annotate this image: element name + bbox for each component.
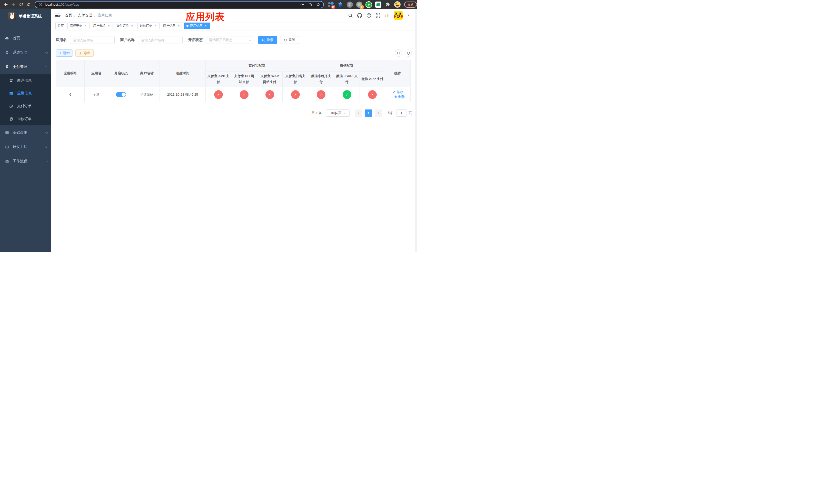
merchant-name-input[interactable]	[138, 36, 182, 44]
pagination: 共 1 条 10条/页 1 前往 页	[56, 110, 412, 117]
font-size-icon[interactable]: TT	[385, 13, 389, 18]
sidebar-item-pay-orders[interactable]: ¥ 支付订单	[0, 100, 51, 113]
extension-badge: 1	[360, 5, 364, 9]
add-button[interactable]: + 新增	[56, 49, 73, 56]
goto-page-input[interactable]	[396, 110, 407, 117]
help-icon[interactable]: ?	[367, 13, 371, 18]
tag-process-form[interactable]: 流程表单×	[67, 23, 89, 29]
header-search-icon[interactable]	[348, 13, 353, 18]
tag-close-icon[interactable]: ×	[154, 24, 157, 28]
tag-merchant-info[interactable]: 商户信息×	[161, 23, 183, 29]
user-avatar[interactable]	[394, 11, 403, 20]
breadcrumb-payment[interactable]: 支付管理	[78, 13, 92, 18]
search-button[interactable]: 搜索	[258, 36, 277, 44]
chevron-down-icon	[45, 51, 48, 53]
tag-close-icon[interactable]: ×	[177, 24, 180, 28]
current-page-button[interactable]: 1	[365, 110, 372, 117]
browser-reload-icon[interactable]	[18, 1, 25, 8]
export-button[interactable]: 导出	[75, 49, 94, 56]
user-menu-caret-icon[interactable]	[407, 15, 410, 18]
monitor-icon	[5, 131, 9, 135]
tag-app-info[interactable]: 应用信息×	[184, 23, 210, 29]
sidebar-item-workflow[interactable]: 工作流程	[0, 154, 51, 168]
sidebar-item-app-info[interactable]: 应用信息	[0, 87, 51, 100]
logo-rabbit-avatar	[8, 12, 16, 20]
tag-pay-orders[interactable]: 支付订单×	[114, 23, 136, 29]
y-extension-icon[interactable]: y	[366, 1, 372, 8]
trash-icon	[394, 95, 397, 98]
alipay-qr-status-icon[interactable]: ×	[291, 90, 300, 99]
sidebar-item-dev-tools[interactable]: 研发工具	[0, 140, 51, 154]
tag-user-group[interactable]: 用户分组×	[91, 23, 113, 29]
wx-lite-status-icon[interactable]: ×	[317, 90, 326, 99]
toolbox-icon	[5, 145, 9, 149]
sidebar-item-merchant-info[interactable]: 商户信息	[0, 74, 51, 87]
app-table: 应用编号 应用名 开启状态 商户名称 创建时间 支付宝配置 微信配置 操作 支付…	[56, 60, 411, 102]
top-navbar: 首页 / 支付管理 / 应用信息 ?	[51, 9, 417, 22]
chevron-down-icon	[344, 112, 346, 114]
gem-extension-icon[interactable]	[337, 1, 344, 8]
translate-extension-icon[interactable]: 10	[328, 1, 334, 8]
next-page-button[interactable]	[375, 110, 382, 117]
fullscreen-icon[interactable]	[376, 13, 380, 18]
browser-forward-icon[interactable]	[10, 1, 17, 8]
chevron-down-icon	[45, 145, 48, 148]
breadcrumb-home[interactable]: 首页	[65, 13, 72, 18]
toggle-search-button[interactable]	[395, 49, 402, 56]
profile-avatar-icon[interactable]	[394, 1, 401, 8]
delete-link[interactable]: 删除	[394, 95, 405, 99]
browser-update-button[interactable]: 更新	[404, 2, 417, 8]
sidebar-item-refund-orders[interactable]: 退款订单	[0, 113, 51, 125]
sidebar-item-home[interactable]: 首页	[0, 31, 51, 45]
status-select[interactable]: 请选择开启状态	[206, 36, 254, 44]
enabled-toggle[interactable]	[116, 92, 126, 97]
alipay-pc-status-icon[interactable]: ×	[240, 90, 248, 99]
app-name-input[interactable]	[70, 36, 115, 44]
browser-home-icon[interactable]	[25, 1, 32, 8]
chevron-down-icon	[249, 39, 251, 41]
status-label: 开启状态	[188, 38, 203, 42]
sidebar-logo[interactable]: 芋道管理系统	[0, 9, 51, 23]
camera-extension-icon[interactable]: 1	[356, 1, 363, 8]
alipay-app-status-icon[interactable]: ×	[214, 90, 223, 99]
wx-app-status-icon[interactable]: ×	[368, 90, 377, 99]
cell-app-name: 芋道	[85, 87, 108, 102]
extensions-puzzle-icon[interactable]	[385, 1, 391, 8]
documents-icon	[9, 117, 13, 121]
password-key-icon[interactable]	[300, 2, 304, 7]
sidebar-item-label: 商户信息	[17, 78, 31, 83]
prev-page-button[interactable]	[355, 110, 363, 117]
site-info-icon[interactable]	[38, 2, 43, 7]
refresh-icon	[284, 39, 287, 42]
sidebar-collapse-icon[interactable]	[56, 13, 61, 18]
tag-close-icon[interactable]: ×	[84, 24, 87, 28]
wx-jsapi-status-icon[interactable]: ✓	[343, 90, 351, 99]
chevron-up-icon	[45, 66, 47, 68]
chat-extension-icon[interactable]	[375, 1, 381, 8]
tag-home[interactable]: 首页	[56, 23, 66, 29]
col-header-wx-jsapi: 微信 JSAPI 支付	[334, 71, 360, 87]
refresh-table-button[interactable]	[405, 49, 412, 56]
tag-close-icon[interactable]: ×	[130, 24, 134, 28]
page-scrollbar[interactable]	[415, 9, 417, 252]
col-header-wx-app: 微信 APP 支付	[360, 71, 385, 87]
alipay-wap-status-icon[interactable]: ×	[265, 90, 274, 99]
browser-back-icon[interactable]	[2, 1, 9, 8]
sidebar-item-payment[interactable]: ¥ 支付管理	[0, 60, 51, 74]
gear-icon: ⚙	[5, 50, 9, 54]
tag-close-icon[interactable]: ×	[107, 24, 111, 28]
reset-button[interactable]: 重置	[280, 36, 299, 44]
tag-refund-orders[interactable]: 退款订单×	[137, 23, 159, 29]
command-extension-icon[interactable]: ⌘	[347, 1, 353, 8]
sidebar-item-system[interactable]: ⚙ 系统管理	[0, 45, 51, 60]
sidebar-item-infrastructure[interactable]: 基础设施	[0, 125, 51, 140]
share-icon[interactable]	[308, 2, 312, 7]
search-icon	[397, 51, 400, 55]
edit-link[interactable]: 修改	[392, 90, 403, 94]
bookmark-star-icon[interactable]	[316, 2, 320, 7]
github-icon[interactable]	[357, 13, 362, 18]
page-size-select[interactable]: 10条/页	[326, 110, 350, 117]
address-bar[interactable]: localhost:1024/pay/app	[35, 1, 324, 8]
sidebar-item-label: 基础设施	[13, 130, 27, 135]
tag-close-icon[interactable]: ×	[204, 24, 207, 28]
